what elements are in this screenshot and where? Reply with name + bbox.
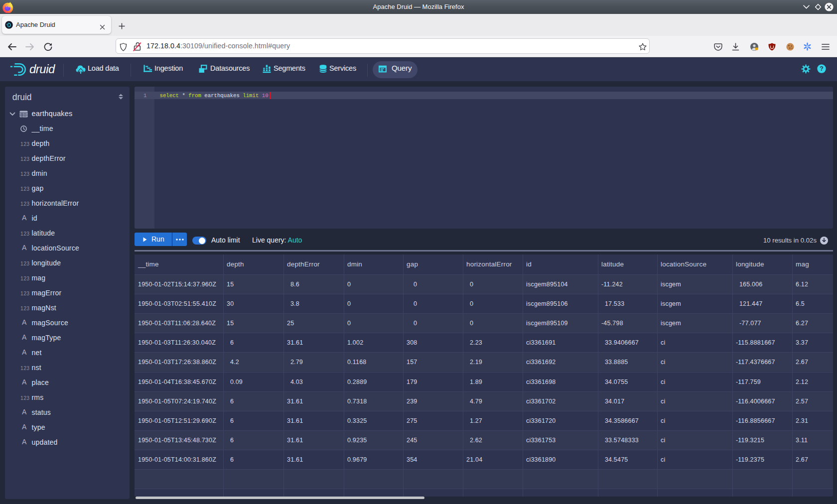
svg-text:?: ? <box>820 65 824 72</box>
